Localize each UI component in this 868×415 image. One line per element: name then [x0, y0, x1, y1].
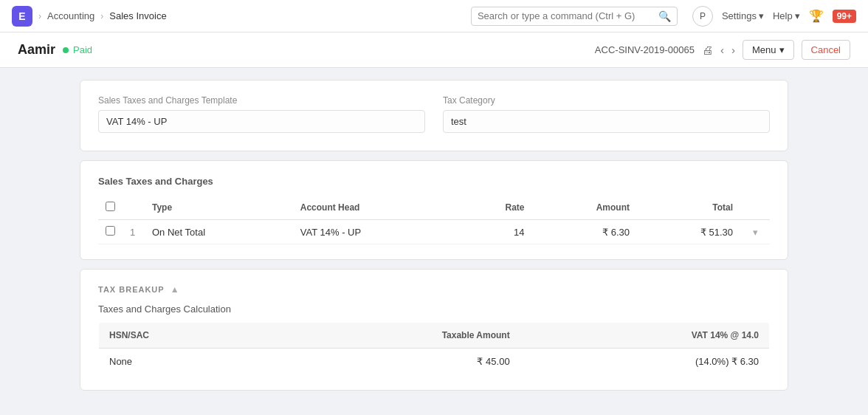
breakup-title: TAX BREAKUP — [98, 285, 165, 294]
table-row: 1 On Net Total VAT 14% - UP 14 ₹ 6.30 ₹ … — [98, 220, 770, 244]
header-rate: Rate — [458, 196, 531, 220]
tax-breakup-section: TAX BREAKUP ▲ Taxes and Charges Calculat… — [80, 269, 788, 391]
header-amount: Amount — [531, 196, 637, 220]
header-checkbox-cell — [98, 196, 123, 220]
charges-table-header: Type Account Head Rate Amount Total — [98, 196, 770, 220]
doc-title: Aamir — [18, 42, 55, 58]
doc-header: Aamir Paid ACC-SINV-2019-00065 🖨 ‹ › Men… — [0, 32, 868, 68]
row-account-head: VAT 14% - UP — [293, 220, 458, 244]
bh-taxable: Taxable Amount — [270, 323, 520, 349]
menu-button[interactable]: Menu ▾ — [743, 40, 794, 60]
header-total: Total — [637, 196, 740, 220]
breakup-table: HSN/SAC Taxable Amount VAT 14% @ 14.0 No… — [98, 322, 770, 375]
row-total: ₹ 51.30 — [637, 220, 740, 244]
row-type: On Net Total — [145, 220, 293, 244]
status-text: Paid — [73, 44, 92, 55]
help-button[interactable]: Help ▾ — [773, 10, 800, 21]
search-input[interactable] — [478, 10, 658, 21]
breakup-header-row: HSN/SAC Taxable Amount VAT 14% @ 14.0 — [99, 323, 770, 349]
search-bar[interactable]: 🔍 — [471, 7, 678, 26]
row-rate: 14 — [458, 220, 531, 244]
notification-badge[interactable]: 99+ — [833, 10, 856, 23]
collapse-icon[interactable]: ▲ — [170, 284, 180, 295]
charges-section-title: Sales Taxes and Charges — [98, 176, 770, 187]
breakup-row: None ₹ 45.00 (14.0%) ₹ 6.30 — [99, 349, 770, 375]
navbar: E › Accounting › Sales Invoice 🔍 P Setti… — [0, 0, 868, 32]
calc-label: Taxes and Charges Calculation — [98, 303, 770, 315]
template-label: Sales Taxes and Charges Template — [98, 95, 425, 106]
trophy-icon: 🏆 — [809, 9, 824, 23]
form-row-tax-template: Sales Taxes and Charges Template VAT 14%… — [98, 95, 770, 133]
br-taxable: ₹ 45.00 — [270, 349, 520, 375]
breadcrumb-accounting[interactable]: Accounting — [47, 10, 94, 21]
row-amount: ₹ 6.30 — [531, 220, 637, 244]
print-button[interactable]: 🖨 — [702, 44, 713, 56]
row-checkbox[interactable] — [106, 226, 115, 236]
nav-right: P Settings ▾ Help ▾ 🏆 99+ — [692, 6, 856, 27]
user-avatar[interactable]: P — [692, 6, 713, 27]
settings-button[interactable]: Settings ▾ — [722, 10, 764, 21]
breakup-header: TAX BREAKUP ▲ — [98, 284, 770, 295]
template-group: Sales Taxes and Charges Template VAT 14%… — [98, 95, 425, 133]
bh-hsn: HSN/SAC — [99, 323, 271, 349]
breadcrumb-sep-2: › — [100, 11, 103, 21]
doc-header-right: ACC-SINV-2019-00065 🖨 ‹ › Menu ▾ Cancel — [595, 40, 850, 60]
charges-table: Type Account Head Rate Amount Total 1 On… — [98, 196, 770, 244]
breadcrumb-sep-1: › — [38, 11, 41, 21]
breadcrumb-sales-invoice[interactable]: Sales Invoice — [109, 10, 166, 21]
row-num: 1 — [123, 220, 145, 244]
row-dropdown[interactable]: ▾ — [740, 220, 770, 244]
next-button[interactable]: › — [731, 44, 735, 56]
page-content: Sales Taxes and Charges Template VAT 14%… — [80, 68, 788, 411]
tax-template-section: Sales Taxes and Charges Template VAT 14%… — [80, 80, 788, 151]
template-value[interactable]: VAT 14% - UP — [98, 110, 425, 133]
category-value[interactable]: test — [443, 110, 770, 133]
charges-section: Sales Taxes and Charges Type Account Hea… — [80, 160, 788, 260]
status-indicator — [63, 47, 69, 53]
br-vat: (14.0%) ₹ 6.30 — [520, 349, 770, 375]
header-num — [123, 196, 145, 220]
select-all-checkbox[interactable] — [106, 202, 115, 211]
header-type: Type — [145, 196, 293, 220]
cancel-button[interactable]: Cancel — [802, 40, 850, 60]
category-group: Tax Category test — [443, 95, 770, 133]
header-account-head: Account Head — [293, 196, 458, 220]
bh-vat: VAT 14% @ 14.0 — [520, 323, 770, 349]
br-hsn: None — [99, 349, 271, 375]
doc-id: ACC-SINV-2019-00065 — [595, 44, 695, 55]
search-icon: 🔍 — [658, 10, 671, 22]
app-icon: E — [12, 6, 32, 27]
header-actions — [740, 196, 770, 220]
row-checkbox-cell — [98, 220, 123, 244]
prev-button[interactable]: ‹ — [720, 44, 724, 56]
category-label: Tax Category — [443, 95, 770, 106]
